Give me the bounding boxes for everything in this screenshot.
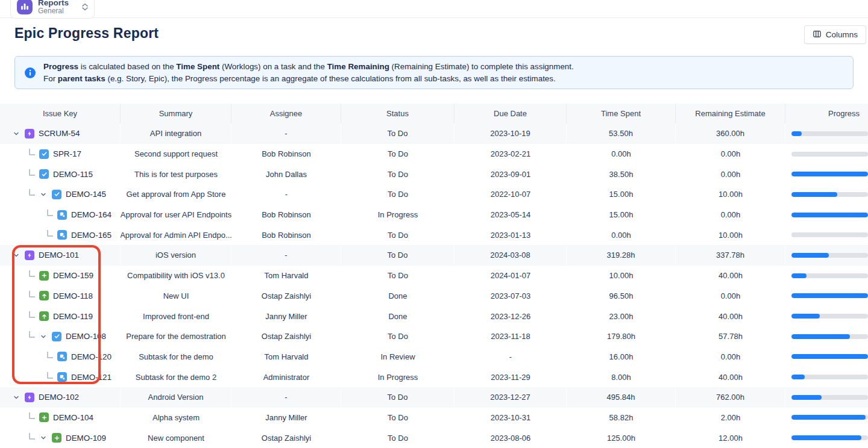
reports-labels: Reports General — [38, 0, 77, 14]
issue-key-group: DEMO-121 — [47, 372, 112, 382]
assignee-cell: Bob Robinson — [231, 205, 341, 225]
chevron-down-icon[interactable] — [39, 332, 48, 341]
issue-key-label[interactable]: SCRUM-54 — [39, 129, 80, 138]
column-header-due-date[interactable]: Due Date — [454, 104, 567, 123]
issue-key-group: DEMO-101 — [12, 250, 79, 260]
table-row[interactable]: DEMO-118New UIOstap ZaishlyiDone2023-07-… — [0, 286, 868, 306]
summary-cell: Second support request — [121, 144, 231, 164]
tree-connector-icon — [29, 291, 35, 297]
issue-key-cell: DEMO-159 — [0, 266, 121, 286]
table-row[interactable]: DEMO-102Android Version-To Do2023-12-274… — [0, 387, 868, 408]
assignee-cell: - — [231, 184, 341, 205]
columns-button[interactable]: Columns — [804, 25, 866, 44]
time-spent-cell: 23.00h — [567, 306, 676, 326]
progress-bar-track — [791, 435, 868, 440]
table-row[interactable]: DEMO-120Subtask for the demoTom HarvaldI… — [0, 347, 868, 367]
status-cell: To Do — [341, 408, 454, 428]
assignee-cell: Janny Miller — [231, 408, 341, 428]
issue-key-label[interactable]: DEMO-101 — [39, 250, 79, 260]
chevron-down-icon[interactable] — [12, 393, 20, 402]
issue-key-label[interactable]: DEMO-164 — [71, 210, 112, 219]
issue-key-label[interactable]: DEMO-159 — [53, 271, 93, 280]
table-row[interactable]: DEMO-165Approval for Admin API Endpo...B… — [0, 225, 868, 245]
column-header-time-spent[interactable]: Time Spent — [567, 104, 676, 123]
time-spent-cell: 495.84h — [567, 387, 676, 408]
progress-bar-track — [791, 152, 868, 157]
issue-key-label[interactable]: DEMO-115 — [53, 170, 93, 179]
issue-key-label[interactable]: DEMO-108 — [66, 332, 106, 341]
progress-bar-fill — [791, 253, 829, 258]
issue-key-label[interactable]: DEMO-120 — [71, 352, 112, 361]
issue-key-label[interactable]: DEMO-102 — [39, 393, 79, 402]
chevron-updown-icon[interactable] — [82, 3, 88, 11]
table-row[interactable]: DEMO-104Alpha systemJanny MillerTo Do202… — [0, 408, 868, 428]
assignee-cell: Ostap Zaishlyi — [231, 326, 341, 347]
tree-connector-icon — [29, 189, 35, 196]
progress-bar-fill — [791, 172, 868, 176]
info-banner-text: Progress is calculated based on the Time… — [43, 61, 574, 84]
issue-key-label[interactable]: DEMO-145 — [66, 190, 106, 199]
progress-cell — [785, 123, 868, 144]
column-header-status[interactable]: Status — [341, 104, 454, 123]
issue-key-group: DEMO-104 — [29, 412, 93, 423]
tree-connector-icon — [47, 230, 53, 237]
progress-bar-fill — [791, 192, 837, 197]
tree-connector-icon — [47, 210, 53, 216]
chevron-down-icon[interactable] — [12, 251, 20, 260]
status-cell: Done — [341, 286, 454, 306]
issue-key-cell: DEMO-120 — [0, 347, 121, 367]
time-spent-cell: 16.00h — [567, 347, 676, 367]
issue-key-group: SCRUM-54 — [12, 129, 80, 138]
progress-cell — [785, 164, 868, 184]
chevron-down-icon[interactable] — [12, 129, 20, 138]
issue-key-label[interactable]: DEMO-119 — [53, 312, 93, 321]
due-date-cell: 2023-07-03 — [454, 286, 567, 306]
tree-connector-icon — [29, 433, 35, 440]
due-date-cell: 2023-12-27 — [454, 387, 567, 408]
tree-connector-icon — [29, 270, 35, 277]
issue-key-label[interactable]: DEMO-165 — [71, 231, 112, 240]
tree-connector-icon — [29, 331, 35, 338]
chevron-down-icon[interactable] — [39, 434, 48, 442]
column-header-issue-key[interactable]: Issue Key — [0, 104, 121, 123]
issue-key-cell: DEMO-119 — [0, 306, 121, 326]
issue-key-label[interactable]: DEMO-121 — [71, 373, 112, 382]
issue-key-label[interactable]: SPR-17 — [53, 149, 81, 158]
issue-key-label[interactable]: DEMO-104 — [53, 413, 93, 422]
table-row[interactable]: DEMO-115This is for test purposesJohn Da… — [0, 164, 868, 184]
column-header-assignee[interactable]: Assignee — [231, 104, 341, 123]
table-row[interactable]: DEMO-108Prepare for the demostrationOsta… — [0, 326, 868, 347]
column-header-summary[interactable]: Summary — [121, 104, 231, 123]
feature-type-icon — [52, 433, 61, 443]
table-row[interactable]: DEMO-159Compatibility with iOS v13.0Tom … — [0, 266, 868, 286]
due-date-cell: 2024-01-07 — [454, 266, 567, 286]
table-row[interactable]: DEMO-101iOS version-To Do2024-03-08319.2… — [0, 245, 868, 266]
reports-title: Reports — [38, 0, 77, 7]
progress-bar-fill — [791, 415, 866, 420]
reports-selector[interactable]: Reports General — [10, 0, 95, 19]
table-row[interactable]: DEMO-121Subtask for the demo 2Administra… — [0, 367, 868, 387]
column-header-progress[interactable]: Progress — [785, 104, 868, 123]
time-spent-cell: 15.00h — [567, 205, 676, 225]
table-row[interactable]: DEMO-109New componentOstap ZaishlyiTo Do… — [0, 428, 868, 448]
table-row[interactable]: SCRUM-54API integration-To Do2023-10-195… — [0, 123, 868, 144]
progress-bar-track — [791, 232, 868, 237]
summary-cell: New component — [121, 428, 231, 448]
column-header-remaining-estimate[interactable]: Remaining Estimate — [676, 104, 785, 123]
table-row[interactable]: DEMO-145Get approval from App Store-To D… — [0, 184, 868, 205]
progress-bar-track — [791, 314, 868, 319]
issue-key-label[interactable]: DEMO-109 — [66, 434, 106, 443]
issue-key-cell: DEMO-165 — [0, 225, 121, 245]
table-row[interactable]: SPR-17Second support requestBob Robinson… — [0, 144, 868, 164]
assignee-cell: Ostap Zaishlyi — [231, 286, 341, 306]
table-row[interactable]: DEMO-119Improved front-endJanny MillerDo… — [0, 306, 868, 326]
feature-type-icon — [39, 271, 49, 281]
status-cell: To Do — [341, 184, 454, 205]
table-row[interactable]: DEMO-164Approval for user API EndpointsB… — [0, 205, 868, 225]
progress-bar-track — [791, 334, 868, 339]
chevron-down-icon[interactable] — [39, 190, 48, 199]
time-spent-cell: 179.80h — [567, 326, 676, 347]
issue-key-cell: DEMO-109 — [0, 428, 121, 448]
issue-key-label[interactable]: DEMO-118 — [53, 291, 93, 300]
task-type-icon — [52, 332, 61, 341]
